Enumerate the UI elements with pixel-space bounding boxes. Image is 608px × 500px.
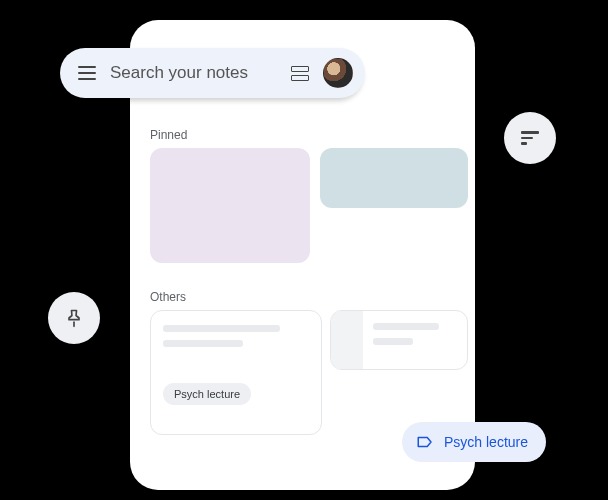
note-label-chip[interactable]: Psych lecture <box>163 383 251 405</box>
avatar[interactable] <box>323 58 353 88</box>
pinned-note-2[interactable] <box>320 148 468 208</box>
section-header-pinned: Pinned <box>150 128 187 142</box>
label-pill-text: Psych lecture <box>444 434 528 450</box>
label-icon <box>416 433 434 451</box>
note-text-skeleton <box>163 340 243 347</box>
other-note-1[interactable]: Psych lecture <box>150 310 322 435</box>
other-note-2[interactable] <box>330 310 468 370</box>
section-header-others: Others <box>150 290 186 304</box>
sort-button[interactable] <box>504 112 556 164</box>
list-view-toggle-icon[interactable] <box>291 66 309 81</box>
note-text-skeleton <box>373 323 439 330</box>
search-input[interactable]: Search your notes <box>110 63 277 83</box>
note-text-skeleton <box>163 325 280 332</box>
note-thumbnail <box>331 311 363 369</box>
hamburger-menu-icon[interactable] <box>78 66 96 80</box>
pin-icon <box>64 308 84 328</box>
note-text-skeleton <box>373 338 413 345</box>
label-pill[interactable]: Psych lecture <box>402 422 546 462</box>
search-bar[interactable]: Search your notes <box>60 48 365 98</box>
sort-icon <box>521 131 539 145</box>
pinned-note-1[interactable] <box>150 148 310 263</box>
pin-button[interactable] <box>48 292 100 344</box>
